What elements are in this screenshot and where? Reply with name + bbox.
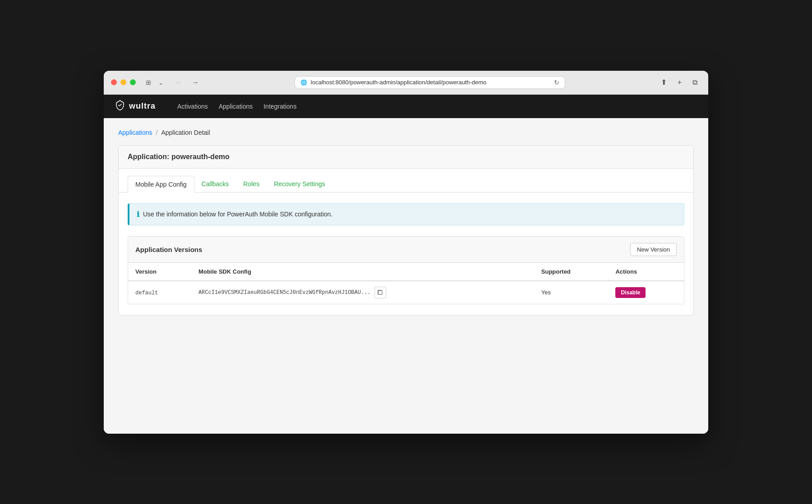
nav-link-applications[interactable]: Applications (219, 101, 253, 112)
page-content: Applications / Application Detail Applic… (104, 118, 708, 434)
nav-link-activations[interactable]: Activations (177, 101, 208, 112)
copy-sdk-config-button[interactable] (374, 287, 386, 298)
col-header-sdk-config: Mobile SDK Config (191, 263, 534, 281)
cell-sdk-config: ARCcI1e9VCSMXZIaeuRGbG4CEN5cJ0nEvzWGfRpn… (191, 281, 534, 304)
tab-content-mobile-app-config: ℹ Use the information below for PowerAut… (119, 192, 693, 315)
tab-mobile-app-config[interactable]: Mobile App Config (128, 176, 194, 192)
table-row: default ARCcI1e9VCSMXZIaeuRGbG4CEN5cJ0nE… (128, 281, 684, 304)
versions-table: Version Mobile SDK Config Supported Acti… (128, 263, 684, 304)
share-button[interactable]: ⬆ (657, 76, 670, 88)
table-header: Version Mobile SDK Config Supported Acti… (128, 263, 684, 281)
col-header-version: Version (128, 263, 191, 281)
nav-link-integrations[interactable]: Integrations (263, 101, 296, 112)
disable-version-button[interactable]: Disable (615, 287, 646, 298)
back-button[interactable]: ← (172, 77, 186, 88)
section-title: Application Versions (135, 246, 202, 253)
toolbar-right: ⬆ + ⧉ (657, 76, 701, 88)
breadcrumb-separator: / (156, 129, 158, 136)
logo-text: wultra (129, 101, 156, 111)
tab-callbacks[interactable]: Callbacks (194, 176, 236, 192)
cell-version: default (128, 281, 191, 304)
col-header-actions: Actions (608, 263, 684, 281)
tabs-bar: Mobile App Config Callbacks Roles Recove… (119, 169, 693, 192)
refresh-button[interactable]: ↻ (554, 79, 559, 86)
logo-area: wultra (115, 100, 156, 113)
chevron-down-icon[interactable]: ⌄ (156, 78, 166, 87)
forward-button[interactable]: → (188, 77, 203, 88)
tabs-overview-button[interactable]: ⧉ (689, 77, 701, 88)
alert-text: Use the information below for PowerAuth … (143, 211, 332, 218)
new-version-button[interactable]: New Version (630, 243, 677, 256)
url-text: localhost:8080/powerauth-admin/applicati… (311, 79, 550, 86)
title-bar: ⊞ ⌄ ← → 🌐 localhost:8080/powerauth-admin… (104, 71, 708, 95)
sdk-config-text: ARCcI1e9VCSMXZIaeuRGbG4CEN5cJ0nEvzWGfRpn… (198, 289, 371, 296)
globe-icon: 🌐 (300, 79, 307, 86)
info-alert: ℹ Use the information below for PowerAut… (128, 203, 684, 225)
app-nav: wultra Activations Applications Integrat… (104, 95, 708, 118)
nav-buttons: ← → (172, 77, 203, 88)
table-body: default ARCcI1e9VCSMXZIaeuRGbG4CEN5cJ0nE… (128, 281, 684, 304)
info-icon: ℹ (137, 210, 139, 219)
tab-recovery-settings[interactable]: Recovery Settings (267, 176, 332, 192)
cell-supported: Yes (534, 281, 609, 304)
minimize-button[interactable] (120, 79, 126, 85)
card-title: Application: powerauth-demo (128, 153, 230, 160)
wultra-logo-icon (115, 100, 125, 113)
cell-actions: Disable (608, 281, 684, 304)
application-versions-section: Application Versions New Version Version… (128, 236, 684, 304)
nav-links: Activations Applications Integrations (177, 101, 296, 112)
traffic-lights (111, 79, 136, 85)
address-bar[interactable]: 🌐 localhost:8080/powerauth-admin/applica… (295, 76, 565, 89)
sidebar-toggle-button[interactable]: ⊞ (143, 78, 154, 87)
fullscreen-button[interactable] (130, 79, 136, 85)
breadcrumb-applications-link[interactable]: Applications (118, 129, 152, 136)
supported-badge: Yes (541, 289, 551, 296)
add-tab-button[interactable]: + (674, 77, 685, 88)
svg-rect-0 (378, 291, 382, 294)
version-code-text: default (135, 290, 158, 296)
col-header-supported: Supported (534, 263, 609, 281)
application-detail-card: Application: powerauth-demo Mobile App C… (118, 145, 694, 316)
card-header: Application: powerauth-demo (119, 146, 693, 169)
breadcrumb: Applications / Application Detail (118, 129, 694, 136)
close-button[interactable] (111, 79, 117, 85)
tab-roles[interactable]: Roles (236, 176, 267, 192)
sdk-config-cell: ARCcI1e9VCSMXZIaeuRGbG4CEN5cJ0nEvzWGfRpn… (198, 287, 527, 298)
window-controls: ⊞ ⌄ (143, 78, 166, 87)
browser-window: ⊞ ⌄ ← → 🌐 localhost:8080/powerauth-admin… (104, 71, 708, 434)
section-header: Application Versions New Version (128, 237, 684, 263)
breadcrumb-current-page: Application Detail (161, 129, 210, 136)
